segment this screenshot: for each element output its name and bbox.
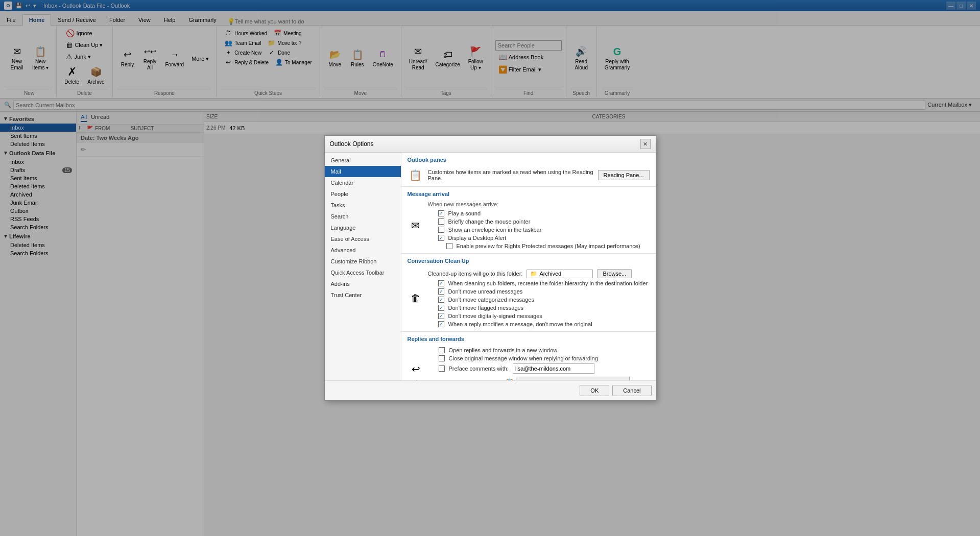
show-envelope-checkbox[interactable] (438, 227, 444, 233)
play-sound-checkbox[interactable] (438, 210, 444, 216)
cleanup-folder-icon: 📁 (530, 271, 537, 277)
modal-nav-trust-center[interactable]: Trust Center (325, 289, 401, 301)
modal-title: Outlook Options (330, 140, 374, 148)
replies-forwards-row: ↩ → Open replies and forwards in a new w… (408, 345, 650, 380)
modal-sidebar: General Mail Calendar People Tasks Searc… (325, 153, 401, 380)
open-new-window-label: Open replies and forwards in a new windo… (449, 347, 558, 353)
enable-preview-checkbox[interactable] (446, 243, 452, 249)
cleanup-row: 🗑 Cleaned-up items will go to this folde… (408, 267, 650, 329)
open-new-window-row: Open replies and forwards in a new windo… (428, 346, 650, 354)
modal-nav-calendar[interactable]: Calendar (325, 177, 401, 188)
dont-move-unread-checkbox[interactable] (438, 288, 444, 295)
reading-pane-button[interactable]: Reading Pane... (598, 170, 650, 180)
cleanup-folder-name: Archived (539, 271, 561, 277)
modal-nav-advanced[interactable]: Advanced (325, 245, 401, 256)
cleanup-folder-box: 📁 Archived (527, 270, 593, 278)
dont-move-unread-row: Don't move unread messages (428, 287, 650, 296)
preface-checkbox[interactable] (439, 366, 445, 372)
cleanup-folder-row: Cleaned-up items will go to this folder:… (428, 268, 650, 279)
reply-modifies-row: When a reply modifies a message, don't m… (428, 320, 650, 328)
recreate-hierarchy-checkbox[interactable] (438, 280, 444, 286)
recreate-hierarchy-row: When cleaning sub-folders, recreate the … (428, 279, 650, 287)
outlook-options-modal: Outlook Options ✕ General Mail Calendar … (324, 135, 656, 401)
when-replying-select[interactable]: Do not include original message Attach o… (516, 377, 630, 380)
change-pointer-row: Briefly change the mouse pointer (428, 217, 650, 226)
close-original-label: Close original message window when reply… (449, 355, 598, 361)
show-envelope-label: Show an envelope icon in the taskbar (448, 227, 542, 233)
enable-preview-label: Enable preview for Rights Protected mess… (457, 243, 640, 249)
message-arrival-row: ✉ When new messages arrive: Play a sound… (408, 200, 650, 251)
reading-pane-icon: 📋 (408, 167, 424, 183)
cleanup-icon-img: 🗑 (408, 290, 424, 306)
dont-move-signed-checkbox[interactable] (438, 313, 444, 319)
reply-modifies-label: When a reply modifies a message, don't m… (448, 321, 592, 327)
close-original-row: Close original message window when reply… (428, 354, 650, 362)
when-new-messages-label: When new messages arrive: (428, 201, 650, 207)
section-outlook-panes-title: Outlook panes (408, 157, 650, 163)
close-original-checkbox[interactable] (439, 355, 445, 361)
modal-nav-language[interactable]: Language (325, 222, 401, 233)
dont-move-categorized-label: Don't move categorized messages (448, 297, 534, 303)
cancel-button[interactable]: Cancel (612, 385, 651, 396)
when-replying-row: When replying to a message: 📋 Do not inc… (428, 375, 650, 380)
dont-move-flagged-label: Don't move flagged messages (448, 305, 524, 311)
replies-icon: ↩ → (408, 363, 420, 380)
preface-comments-row: Preface comments with: (428, 362, 650, 375)
modal-overlay: Outlook Options ✕ General Mail Calendar … (0, 0, 980, 536)
change-pointer-label: Briefly change the mouse pointer (448, 218, 531, 225)
section-replies-title: Replies and forwards (408, 336, 650, 342)
preface-input[interactable] (513, 363, 594, 374)
dont-move-signed-label: Don't move digitally-signed messages (448, 313, 542, 319)
section-replies-forwards: Replies and forwards ↩ → Open replies an… (401, 332, 656, 380)
modal-nav-search[interactable]: Search (325, 211, 401, 222)
dont-move-categorized-row: Don't move categorized messages (428, 296, 650, 304)
modal-nav-tasks[interactable]: Tasks (325, 200, 401, 211)
dont-move-flagged-row: Don't move flagged messages (428, 304, 650, 312)
section-conversation-cleanup: Conversation Clean Up 🗑 Cleaned-up items… (401, 254, 656, 332)
open-new-window-checkbox[interactable] (439, 347, 445, 353)
modal-nav-general[interactable]: General (325, 155, 401, 166)
modal-nav-quick-access[interactable]: Quick Access Toolbar (325, 267, 401, 278)
reply-modifies-checkbox[interactable] (438, 321, 444, 327)
when-replying-select-icon: 📋 (505, 378, 514, 380)
modal-content: Outlook panes 📋 Customize how items are … (401, 153, 656, 380)
recreate-hierarchy-label: When cleaning sub-folders, recreate the … (448, 280, 648, 286)
modal-nav-customize-ribbon[interactable]: Customize Ribbon (325, 256, 401, 267)
play-sound-row: Play a sound (428, 209, 650, 217)
cleanup-folder-label: Cleaned-up items will go to this folder: (428, 271, 523, 277)
modal-nav-people[interactable]: People (325, 188, 401, 200)
section-cleanup-title: Conversation Clean Up (408, 258, 650, 264)
change-pointer-checkbox[interactable] (438, 218, 444, 225)
desktop-alert-label: Display a Desktop Alert (448, 235, 507, 241)
dont-move-flagged-checkbox[interactable] (438, 305, 444, 311)
reading-pane-row: 📋 Customize how items are marked as read… (408, 166, 650, 184)
section-outlook-panes: Outlook panes 📋 Customize how items are … (401, 153, 656, 187)
desktop-alert-row: Display a Desktop Alert (428, 234, 650, 242)
modal-nav-ease-access[interactable]: Ease of Access (325, 233, 401, 245)
desktop-alert-checkbox[interactable] (438, 235, 444, 241)
section-message-arrival-title: Message arrival (408, 191, 650, 197)
browse-button[interactable]: Browse... (597, 269, 632, 278)
dont-move-signed-row: Don't move digitally-signed messages (428, 312, 650, 320)
preface-label: Preface comments with: (449, 366, 509, 372)
dont-move-categorized-checkbox[interactable] (438, 297, 444, 303)
modal-close-button[interactable]: ✕ (640, 139, 651, 149)
modal-titlebar: Outlook Options ✕ (325, 136, 656, 153)
dont-move-unread-label: Don't move unread messages (448, 288, 523, 295)
play-sound-label: Play a sound (448, 210, 481, 216)
message-arrival-icon: ✉ (408, 217, 424, 234)
modal-nav-mail[interactable]: Mail (325, 166, 401, 177)
ok-button[interactable]: OK (580, 385, 609, 396)
when-replying-select-wrapper: 📋 Do not include original message Attach… (505, 377, 630, 380)
enable-preview-row: Enable preview for Rights Protected mess… (428, 242, 650, 250)
section-message-arrival: Message arrival ✉ When new messages arri… (401, 187, 656, 254)
reading-pane-description: Customize how items are marked as read w… (428, 169, 594, 181)
modal-nav-addins[interactable]: Add-ins (325, 278, 401, 289)
modal-body: General Mail Calendar People Tasks Searc… (325, 153, 656, 380)
show-envelope-row: Show an envelope icon in the taskbar (428, 226, 650, 234)
modal-footer: OK Cancel (325, 380, 656, 400)
